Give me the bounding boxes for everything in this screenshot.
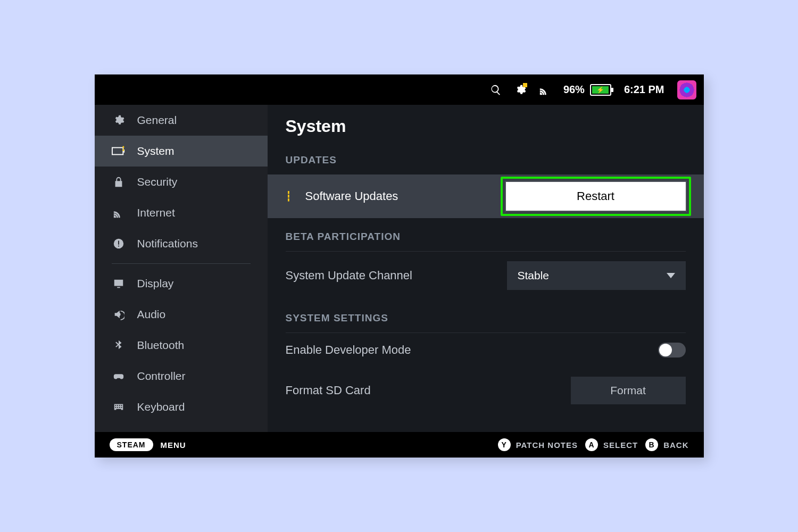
sidebar-item-notifications[interactable]: Notifications bbox=[95, 228, 268, 259]
battery-icon: ⚡ bbox=[590, 84, 611, 96]
page-title: System bbox=[268, 105, 704, 142]
system-icon bbox=[112, 145, 126, 157]
update-channel-label: System Update Channel bbox=[286, 269, 412, 282]
section-heading-beta: BETA PARTICIPATION bbox=[268, 218, 704, 248]
sidebar-item-system[interactable]: System bbox=[95, 136, 268, 167]
sidebar-item-internet[interactable]: Internet bbox=[95, 197, 268, 228]
update-channel-dropdown[interactable]: Stable bbox=[507, 261, 686, 290]
sidebar-item-label: Internet bbox=[137, 206, 175, 219]
audio-icon bbox=[112, 308, 126, 321]
hint-back[interactable]: B BACK bbox=[645, 438, 688, 451]
hint-label: SELECT bbox=[603, 440, 638, 450]
sidebar-item-label: System bbox=[137, 145, 174, 157]
svg-rect-3 bbox=[122, 149, 124, 151]
hint-select[interactable]: A SELECT bbox=[585, 438, 638, 451]
cast-icon[interactable] bbox=[539, 84, 551, 96]
notifications-icon bbox=[112, 237, 126, 250]
b-button-icon: B bbox=[645, 438, 658, 451]
avatar[interactable] bbox=[677, 80, 696, 99]
bottom-bar: STEAM MENU Y PATCH NOTES A SELECT B BACK bbox=[95, 432, 704, 458]
sidebar-item-general[interactable]: General bbox=[95, 105, 268, 136]
developer-mode-row: Enable Developer Mode bbox=[268, 333, 704, 367]
display-icon bbox=[112, 277, 126, 290]
restart-button[interactable]: Restart bbox=[505, 181, 687, 212]
format-sd-label: Format SD Card bbox=[286, 384, 371, 397]
settings-window: 96% ⚡ 6:21 PM General System Security bbox=[95, 74, 704, 458]
content-panel: System UPDATES ┇ Software Updates Restar… bbox=[268, 105, 704, 432]
sidebar-item-audio[interactable]: Audio bbox=[95, 299, 268, 330]
svg-rect-5 bbox=[118, 241, 119, 245]
update-channel-value: Stable bbox=[518, 269, 550, 282]
sidebar-item-keyboard[interactable]: Keyboard bbox=[95, 392, 268, 422]
settings-sidebar: General System Security Internet Notific… bbox=[95, 105, 268, 432]
sidebar-item-label: Bluetooth bbox=[137, 339, 185, 352]
y-button-icon: Y bbox=[498, 438, 511, 451]
sidebar-item-label: Controller bbox=[137, 370, 186, 383]
format-button[interactable]: Format bbox=[571, 377, 686, 404]
sidebar-item-label: Display bbox=[137, 277, 174, 290]
developer-mode-label: Enable Developer Mode bbox=[286, 343, 411, 357]
sidebar-item-label: Audio bbox=[137, 308, 166, 321]
sidebar-item-label: Notifications bbox=[137, 237, 198, 250]
clock: 6:21 PM bbox=[624, 84, 664, 96]
chevron-down-icon bbox=[667, 273, 675, 278]
software-updates-row: ┇ Software Updates Restart bbox=[268, 174, 704, 218]
sidebar-item-controller[interactable]: Controller bbox=[95, 361, 268, 392]
section-heading-updates: UPDATES bbox=[268, 142, 704, 171]
sidebar-item-label: Security bbox=[137, 176, 178, 188]
svg-rect-6 bbox=[118, 246, 119, 247]
search-icon[interactable] bbox=[490, 84, 502, 96]
sidebar-item-bluetooth[interactable]: Bluetooth bbox=[95, 330, 268, 361]
settings-icon[interactable] bbox=[514, 84, 526, 96]
update-channel-row: System Update Channel Stable bbox=[268, 252, 704, 300]
main-area: General System Security Internet Notific… bbox=[95, 105, 704, 432]
sidebar-item-display[interactable]: Display bbox=[95, 268, 268, 299]
software-updates-label: Software Updates bbox=[305, 189, 398, 203]
steam-button[interactable]: STEAM bbox=[110, 438, 153, 451]
keyboard-icon bbox=[112, 401, 126, 413]
sidebar-item-security[interactable]: Security bbox=[95, 167, 268, 197]
restart-highlight: Restart bbox=[501, 177, 691, 216]
status-bar: 96% ⚡ 6:21 PM bbox=[95, 74, 704, 105]
sidebar-divider bbox=[112, 263, 251, 264]
format-sd-row: Format SD Card Format bbox=[268, 367, 704, 404]
a-button-icon: A bbox=[585, 438, 598, 451]
hint-label: BACK bbox=[663, 440, 688, 450]
battery-status: 96% ⚡ bbox=[563, 84, 611, 96]
update-badge-icon bbox=[523, 83, 527, 87]
battery-percent: 96% bbox=[563, 84, 585, 96]
wifi-icon bbox=[112, 206, 126, 219]
sidebar-item-label: Keyboard bbox=[137, 401, 185, 413]
lock-icon bbox=[112, 176, 126, 188]
svg-rect-2 bbox=[122, 146, 124, 148]
hint-patch-notes[interactable]: Y PATCH NOTES bbox=[498, 438, 578, 451]
sidebar-item-label: General bbox=[137, 114, 177, 127]
controller-icon bbox=[112, 370, 126, 383]
section-heading-system-settings: SYSTEM SETTINGS bbox=[268, 300, 704, 329]
developer-mode-toggle[interactable] bbox=[658, 343, 686, 358]
hint-label: PATCH NOTES bbox=[516, 440, 578, 450]
svg-rect-0 bbox=[112, 148, 122, 155]
bluetooth-icon bbox=[112, 339, 126, 352]
menu-label: MENU bbox=[161, 440, 186, 450]
gear-icon bbox=[112, 114, 126, 127]
